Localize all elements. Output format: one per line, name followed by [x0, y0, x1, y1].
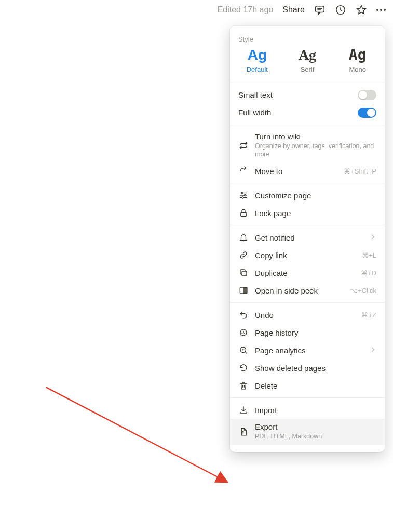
duplicate-item[interactable]: Duplicate ⌘+D — [230, 264, 385, 282]
item-sublabel: Organize by owner, tags, verification, a… — [255, 142, 376, 159]
export-item[interactable]: Export PDF, HTML, Markdown — [230, 419, 385, 444]
item-label: Copy link — [255, 251, 356, 260]
open-side-peek-item[interactable]: Open in side peek ⌥+Click — [230, 282, 385, 299]
clock-icon[interactable] — [335, 4, 346, 16]
item-label: Undo — [255, 311, 355, 320]
svg-rect-10 — [241, 213, 247, 217]
turn-into-wiki-item[interactable]: Turn into wiki Organize by owner, tags, … — [230, 128, 385, 163]
undo-item[interactable]: Undo ⌘+Z — [230, 306, 385, 324]
item-label: Lock page — [255, 209, 376, 218]
shortcut: ⌘+L — [362, 251, 376, 259]
import-icon — [238, 405, 249, 415]
svg-point-8 — [245, 195, 246, 196]
item-label: Turn into wiki — [255, 132, 376, 141]
show-deleted-item[interactable]: Show deleted pages — [230, 359, 385, 377]
svg-rect-13 — [243, 287, 247, 294]
style-option-serif[interactable]: Ag Serif — [282, 47, 333, 73]
chevron-right-icon — [369, 233, 376, 242]
svg-rect-11 — [242, 271, 247, 276]
item-label: Move to — [255, 167, 337, 176]
export-icon — [238, 427, 249, 437]
edited-status: Edited 17h ago — [218, 5, 274, 15]
full-width-toggle-row[interactable]: Full width — [230, 104, 385, 122]
toggle-label: Full width — [238, 108, 271, 117]
svg-point-7 — [241, 192, 243, 194]
item-label: Import — [255, 406, 376, 415]
link-icon — [238, 250, 249, 260]
import-item[interactable]: Import — [230, 401, 385, 419]
style-name: Serif — [282, 65, 333, 73]
shortcut: ⌘+Shift+P — [344, 167, 376, 175]
style-sample: Ag — [282, 47, 333, 63]
page-options-menu: Style Ag Default Ag Serif Ag Mono Small … — [230, 26, 385, 452]
bell-icon — [238, 232, 249, 243]
move-to-item[interactable]: Move to ⌘+Shift+P — [230, 162, 385, 180]
delete-item[interactable]: Delete — [230, 377, 385, 394]
style-sample: Ag — [232, 47, 282, 63]
sliders-icon — [238, 190, 249, 201]
copy-link-item[interactable]: Copy link ⌘+L — [230, 246, 385, 264]
star-icon[interactable] — [356, 4, 367, 16]
trash-icon — [238, 380, 249, 391]
svg-point-9 — [242, 197, 243, 198]
comment-icon[interactable] — [314, 4, 326, 16]
lock-page-item[interactable]: Lock page — [230, 204, 385, 222]
page-analytics-item[interactable]: Page analytics — [230, 341, 385, 359]
sidepeek-icon — [238, 285, 249, 296]
undo-icon — [238, 310, 249, 320]
svg-line-15 — [245, 352, 247, 354]
style-section: Style Ag Default Ag Serif Ag Mono — [230, 26, 385, 83]
shortcut: ⌘+D — [361, 269, 376, 277]
item-label: Show deleted pages — [255, 364, 376, 373]
annotation-arrow — [46, 387, 238, 491]
style-option-default[interactable]: Ag Default — [232, 47, 282, 73]
style-label: Style — [230, 29, 385, 47]
more-icon[interactable] — [376, 9, 386, 11]
svg-rect-0 — [316, 6, 324, 12]
item-label: Page history — [255, 328, 376, 337]
toggle-label: Small text — [238, 90, 273, 99]
share-button[interactable]: Share — [282, 5, 305, 15]
style-option-mono[interactable]: Ag Mono — [332, 47, 383, 73]
topbar: Edited 17h ago Share — [218, 4, 386, 16]
full-width-toggle[interactable] — [358, 108, 376, 118]
item-label: Export — [255, 422, 376, 431]
duplicate-icon — [238, 268, 249, 278]
small-text-toggle[interactable] — [358, 90, 376, 100]
page-history-item[interactable]: Page history — [230, 324, 385, 341]
lock-icon — [238, 208, 249, 218]
item-label: Customize page — [255, 191, 376, 200]
style-name: Default — [232, 65, 282, 73]
get-notified-item[interactable]: Get notified — [230, 229, 385, 246]
restore-icon — [238, 363, 249, 373]
item-label: Duplicate — [255, 269, 355, 277]
arrow-forward-icon — [238, 166, 249, 176]
style-sample: Ag — [332, 47, 383, 63]
shortcut: ⌘+Z — [361, 311, 376, 319]
analytics-icon — [238, 345, 249, 355]
svg-line-21 — [46, 387, 226, 482]
item-label: Page analytics — [255, 346, 363, 355]
item-label: Get notified — [255, 233, 363, 242]
toggles-section: Small text Full width — [230, 83, 385, 125]
item-sublabel: PDF, HTML, Markdown — [255, 432, 376, 441]
item-label: Delete — [255, 381, 376, 390]
style-name: Mono — [332, 65, 383, 73]
item-label: Open in side peek — [255, 286, 344, 295]
history-icon — [238, 327, 249, 338]
small-text-toggle-row[interactable]: Small text — [230, 86, 385, 104]
repeat-icon — [238, 140, 249, 151]
customize-page-item[interactable]: Customize page — [230, 187, 385, 204]
shortcut: ⌥+Click — [350, 287, 376, 295]
chevron-right-icon — [369, 346, 376, 355]
